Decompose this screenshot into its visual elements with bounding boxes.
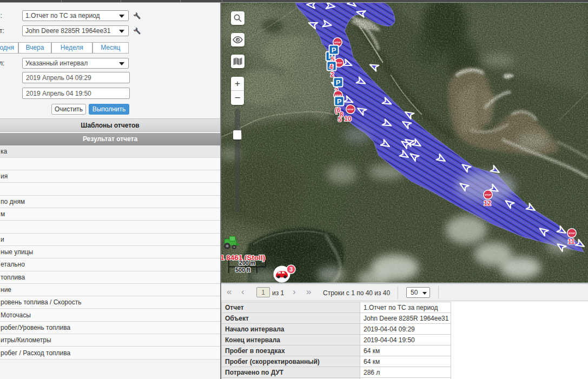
- svg-text:10: 10: [344, 115, 352, 123]
- svg-text:200 m: 200 m: [239, 260, 255, 266]
- svg-text:12: 12: [484, 200, 491, 207]
- svg-text:11: 11: [568, 238, 575, 245]
- svg-text:5: 5: [338, 116, 342, 123]
- svg-text:4: 4: [329, 63, 333, 71]
- svg-text:3: 3: [289, 266, 293, 272]
- svg-text:2: 2: [331, 71, 334, 78]
- svg-text:500 ft: 500 ft: [235, 267, 250, 273]
